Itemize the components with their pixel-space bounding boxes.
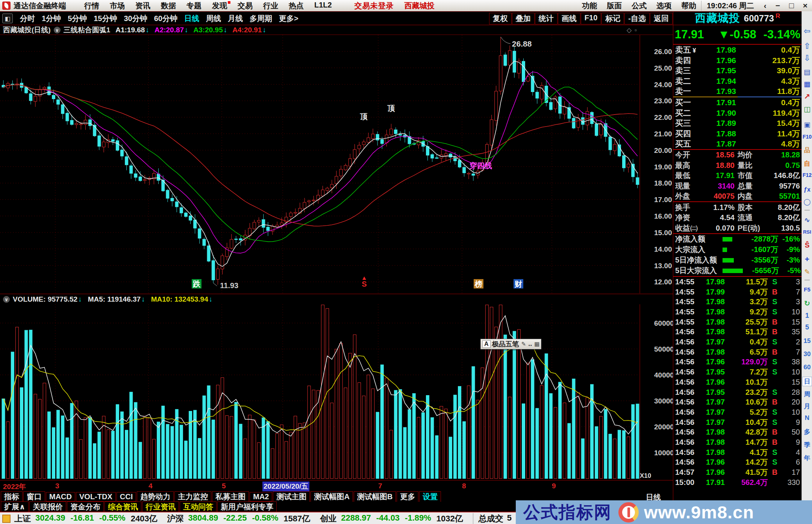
trend-icon[interactable]: ↗	[802, 92, 812, 101]
menu-item-热点[interactable]: 热点	[283, 1, 309, 11]
move-icon[interactable]: +	[802, 255, 812, 264]
action-button-F10[interactable]: F10	[581, 13, 601, 24]
ime-toolbar[interactable]: A 极品五笔 ✎‥▦	[480, 339, 541, 349]
tab-窗口[interactable]: 窗口	[23, 491, 45, 502]
edit-icon[interactable]: ✎	[802, 268, 812, 276]
action-button-统计[interactable]: 统计	[535, 13, 557, 24]
period-button-周线[interactable]: 周线	[203, 14, 224, 24]
menu-item-资讯[interactable]: 资讯	[130, 1, 156, 11]
menu-item-功能[interactable]: 功能	[577, 1, 602, 11]
tab-指标[interactable]: 指标	[1, 491, 23, 502]
period-button-更多>[interactable]: 更多>	[276, 14, 302, 24]
menu-item-帮助[interactable]: 帮助	[676, 1, 701, 11]
period-button-日线[interactable]: 日线	[181, 14, 203, 24]
tab-关联报价[interactable]: 关联报价	[29, 501, 66, 512]
custom-icon[interactable]: 自	[802, 159, 812, 168]
indicator-name[interactable]: 三线粘合圆弧1	[64, 25, 111, 35]
period-button-5分钟[interactable]: 5分钟	[64, 14, 90, 24]
trade-login-stock[interactable]: 西藏城投	[404, 1, 435, 11]
ime-tool-icon[interactable]: ▦	[534, 341, 539, 347]
tab-测试主图[interactable]: 测试主图	[273, 491, 310, 502]
period-n[interactable]: N	[802, 414, 812, 422]
pages-icon[interactable]: ▣	[802, 121, 812, 129]
tab-新用户福利专享[interactable]: 新用户福利专享	[217, 501, 277, 512]
status-icon[interactable]	[2, 515, 11, 523]
tab-测试幅图A[interactable]: 测试幅图A	[311, 491, 353, 502]
period-day[interactable]: 日	[802, 377, 812, 386]
action-button-叠加[interactable]: 叠加	[512, 13, 535, 24]
tab-互动问答[interactable]: 互动问答	[180, 501, 217, 512]
menu-item-公式[interactable]: 公式	[627, 1, 651, 11]
tab-测试幅图B[interactable]: 测试幅图B	[354, 491, 396, 502]
period-month[interactable]: 月	[802, 402, 812, 411]
menu-item-L1L2[interactable]: L1L2	[309, 1, 337, 11]
kline-icon[interactable]: ◫	[802, 105, 812, 113]
action-button-返回[interactable]: 返回	[650, 13, 673, 24]
table-icon[interactable]: ▦	[802, 80, 812, 88]
volume-chart[interactable]: 600005000040000300002000010000	[0, 304, 673, 480]
period-button-月线[interactable]: 月线	[224, 14, 246, 24]
menu-item-市场[interactable]: 市场	[105, 1, 130, 11]
tab-扩展∧[interactable]: 扩展∧	[1, 501, 29, 512]
tab-主力监控[interactable]: 主力监控	[174, 491, 211, 502]
tab-设置[interactable]: 设置	[419, 491, 441, 502]
period-30[interactable]: 30	[802, 350, 812, 358]
period-button-60分钟[interactable]: 60分钟	[151, 14, 181, 24]
tab-私募主图[interactable]: 私募主图	[212, 491, 249, 502]
action-button-复权[interactable]: 复权	[489, 13, 512, 24]
volume-collapse-icon[interactable]: ∨	[3, 296, 10, 303]
formula-icon[interactable]: ƒx	[802, 186, 812, 193]
ime-tool-icon[interactable]: ‥	[528, 341, 532, 347]
circle-icon[interactable]: ◯	[802, 198, 812, 206]
minimize-button[interactable]: −	[771, 1, 785, 10]
tab-CCI[interactable]: CCI	[117, 492, 136, 501]
menu-item-交易[interactable]: 交易	[232, 1, 258, 11]
main-kline-chart[interactable]: 顶顶穿四线26.8811.93跌S榜财26.0025.0024.0023.002…	[0, 35, 673, 293]
menu-item-发现[interactable]: 发现	[207, 1, 232, 11]
rsi-icon[interactable]: RSI	[802, 229, 812, 235]
collapse-icon[interactable]: ∨	[54, 27, 61, 33]
action-button-标记[interactable]: 标记	[601, 13, 624, 24]
divider-icon[interactable]: —	[802, 207, 812, 213]
tab-MA2[interactable]: MA2	[250, 492, 272, 501]
period-5[interactable]: 5	[802, 323, 812, 331]
close-button[interactable]: ×	[798, 1, 812, 10]
ime-mode-icon[interactable]: A	[482, 340, 491, 348]
back-window-button[interactable]: ‹	[759, 1, 771, 10]
panel-toggle-button[interactable]: ◧	[2, 14, 13, 23]
period-quarter[interactable]: 季	[802, 441, 812, 449]
f10-icon[interactable]: F10	[802, 134, 812, 140]
period-60[interactable]: 60	[802, 364, 812, 371]
divider2-icon[interactable]: —	[802, 277, 812, 283]
chart-corner-icons[interactable]: ◇▫	[627, 26, 673, 34]
tab-MACD[interactable]: MACD	[46, 492, 75, 501]
tab-趋势动力[interactable]: 趋势动力	[137, 491, 174, 502]
back-arrow-icon[interactable]: ⇦	[802, 26, 812, 36]
period-button-分时[interactable]: 分时	[17, 14, 38, 24]
tab-VOL-TDX[interactable]: VOL-TDX	[76, 492, 116, 501]
action-button-画线[interactable]: 画线	[558, 13, 580, 24]
period-year[interactable]: 年	[802, 454, 812, 462]
s-indicator-icon[interactable]: Ŝ	[802, 241, 812, 249]
f5-icon[interactable]: F5	[802, 286, 812, 293]
period-button-多周期[interactable]: 多周期	[246, 14, 276, 24]
menu-item-专题[interactable]: 专题	[181, 1, 207, 11]
period-1[interactable]: 1	[802, 312, 812, 320]
period-15[interactable]: 15	[802, 337, 812, 345]
menu-item-选项[interactable]: 选项	[651, 1, 676, 11]
menu-item-行情[interactable]: 行情	[79, 1, 105, 11]
wave-icon[interactable]: ∿	[802, 216, 812, 224]
down-arrow-icon[interactable]: ⇩	[802, 53, 812, 63]
period-button-15分钟[interactable]: 15分钟	[90, 14, 120, 24]
period-button-30分钟[interactable]: 30分钟	[121, 14, 151, 24]
period-week[interactable]: 周	[802, 390, 812, 399]
refresh-icon[interactable]: ↻	[802, 299, 812, 308]
tab-行业资讯[interactable]: 行业资讯	[142, 501, 179, 512]
structure-icon[interactable]: 品	[802, 146, 812, 154]
period-multi[interactable]: 多	[802, 427, 812, 436]
ime-tool-icon[interactable]: ✎	[521, 341, 526, 347]
trade-login-status[interactable]: 交易未登录	[354, 1, 394, 11]
menu-item-数据[interactable]: 数据	[156, 1, 181, 11]
menu-item-行业[interactable]: 行业	[258, 1, 283, 11]
tab-资金分布[interactable]: 资金分布	[67, 501, 104, 512]
